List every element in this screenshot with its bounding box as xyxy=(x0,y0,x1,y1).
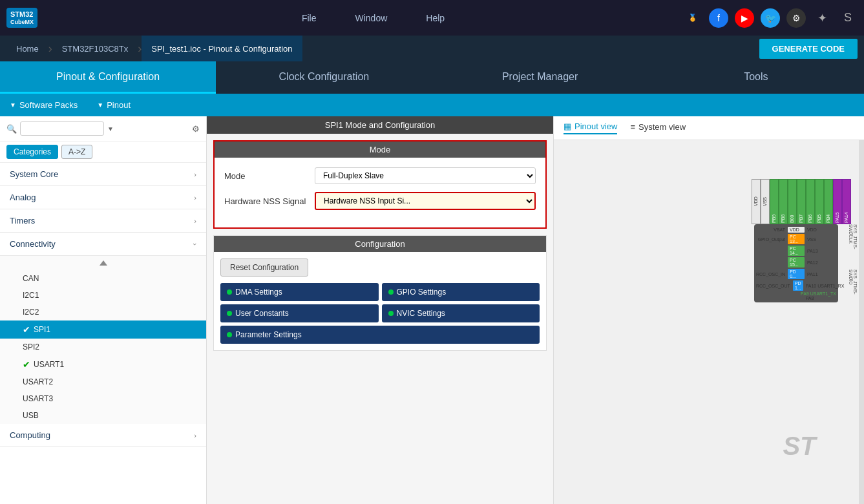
youtube-icon[interactable]: ▶ xyxy=(735,8,754,28)
sidebar-item-connectivity[interactable]: Connectivity › xyxy=(0,233,206,256)
search-dropdown-arrow[interactable]: ▼ xyxy=(107,125,114,132)
pin-vbat: VDD xyxy=(788,227,805,233)
nss-field-label: Hardware NSS Signal xyxy=(224,196,308,206)
dma-settings-button[interactable]: DMA Settings xyxy=(220,283,379,301)
nvic-settings-button[interactable]: NVIC Settings xyxy=(382,304,540,322)
categories-tab-btn[interactable]: Categories xyxy=(6,145,58,159)
top-bar: STM32 CubeMX File Window Help 🏅 f ▶ 🐦 ⚙ … xyxy=(0,0,864,36)
connectivity-chevron: › xyxy=(191,243,199,246)
mode-select[interactable]: Full-Duplex Slave xyxy=(315,167,536,184)
az-tab-btn[interactable]: A->Z xyxy=(61,145,92,159)
user-constants-button[interactable]: User Constants xyxy=(220,304,379,322)
view-tabs: ▦ Pinout view ≡ System view xyxy=(554,116,864,140)
computing-label: Computing xyxy=(10,430,50,440)
pinout-view-tab[interactable]: ▦ Pinout view xyxy=(564,121,617,134)
facebook-icon[interactable]: f xyxy=(709,8,728,28)
sidebar-item-i2c1[interactable]: I2C1 xyxy=(0,287,206,304)
search-input[interactable] xyxy=(20,121,104,136)
pin-pa14: PA14 xyxy=(842,179,851,224)
logo-text: STM32 CubeMX xyxy=(6,8,37,28)
pin-pa15: PA15 xyxy=(833,179,842,224)
computing-chevron: › xyxy=(194,432,196,439)
sys-jtms-label: SYS_JTMS-SWDCLK xyxy=(848,224,858,263)
config-section: Configuration Reset Configuration DMA Se… xyxy=(213,235,547,351)
sidebar: 🔍 ▼ ⚙ Categories A->Z System Core › Anal… xyxy=(0,116,207,504)
tab-project[interactable]: Project Manager xyxy=(432,61,648,94)
sidebar-item-usart2[interactable]: USART2 xyxy=(0,373,206,390)
center-panel-title: SPI1 Mode and Configuration xyxy=(207,116,553,134)
can-label: CAN xyxy=(23,274,39,283)
sidebar-item-spi2[interactable]: SPI2 xyxy=(0,339,206,355)
menu-window[interactable]: Window xyxy=(355,13,387,23)
chip-row-pc13: GPIO_Output PC 13... VSS xyxy=(756,233,836,245)
right-label-pa13: PA13 xyxy=(805,245,836,257)
reset-config-button[interactable]: Reset Configuration xyxy=(220,258,308,277)
menu-bar: File Window Help xyxy=(63,13,683,23)
sidebar-item-analog[interactable]: Analog › xyxy=(0,186,206,209)
connectivity-label: Connectivity xyxy=(10,239,56,249)
right-panel: ▦ Pinout view ≡ System view VDD VSS PB9 … xyxy=(554,116,864,504)
chip-row-pc15: PC 15... PA12 xyxy=(756,257,836,268)
right-label-pa8: PA8 xyxy=(804,296,836,300)
sidebar-item-usart1[interactable]: ✔ USART1 xyxy=(0,355,206,373)
tab-tools[interactable]: Tools xyxy=(648,61,864,94)
spi2-label: SPI2 xyxy=(23,342,39,352)
dma-label: DMA Settings xyxy=(235,288,282,297)
breadcrumb-device[interactable]: STM32F103C8Tx xyxy=(52,36,138,61)
label-pc15 xyxy=(756,257,787,268)
collapse-up-arrow xyxy=(100,260,107,266)
analog-chevron: › xyxy=(194,194,196,202)
system-view-tab[interactable]: ≡ System view xyxy=(630,122,686,134)
sidebar-tab-buttons: Categories A->Z xyxy=(0,142,206,163)
right-scrollbar[interactable] xyxy=(859,140,864,504)
pin-pb4: PB4 xyxy=(824,179,833,224)
sidebar-item-usart3[interactable]: USART3 xyxy=(0,390,206,407)
github-icon[interactable]: ⚙ xyxy=(786,8,806,28)
tab-clock[interactable]: Clock Configuration xyxy=(216,61,432,94)
main-tabs: Pinout & Configuration Clock Configurati… xyxy=(0,61,864,94)
analog-label: Analog xyxy=(10,193,36,202)
sidebar-item-can[interactable]: CAN xyxy=(0,270,206,287)
sidebar-item-timers[interactable]: Timers › xyxy=(0,209,206,233)
dropdown-arrow-pinout: ▼ xyxy=(97,101,103,109)
pin-vss-top: VSS xyxy=(761,179,770,224)
mode-body: Mode Full-Duplex Slave Hardware NSS Sign… xyxy=(215,158,545,227)
st-network-icon[interactable]: ✦ xyxy=(812,8,832,28)
sidebar-item-system-core[interactable]: System Core › xyxy=(0,163,206,186)
user-constants-dot xyxy=(227,311,232,316)
sidebar-item-spi1[interactable]: ✔ SPI1 xyxy=(0,320,206,339)
param-label: Parameter Settings xyxy=(235,330,302,339)
twitter-icon[interactable]: 🐦 xyxy=(761,8,780,28)
i2c2-label: I2C2 xyxy=(23,308,39,317)
sidebar-item-i2c2[interactable]: I2C2 xyxy=(0,304,206,320)
breadcrumb: Home › STM32F103C8Tx › SPI_test1.ioc - P… xyxy=(0,36,864,61)
pinout-item[interactable]: ▼ Pinout xyxy=(97,100,131,110)
generate-code-button[interactable]: GENERATE CODE xyxy=(759,39,858,59)
breadcrumb-home[interactable]: Home xyxy=(6,36,48,61)
breadcrumb-file[interactable]: SPI_test1.ioc - Pinout & Configuration xyxy=(142,36,302,61)
empty-left2 xyxy=(756,296,788,300)
tab-pinout[interactable]: Pinout & Configuration xyxy=(0,61,216,94)
logo: STM32 CubeMX xyxy=(6,8,37,28)
search-icon: 🔍 xyxy=(6,124,17,134)
pin-pd0: PD 0... xyxy=(788,269,805,279)
right-label-vss: VSS xyxy=(805,233,836,245)
settings-gear-icon[interactable]: ⚙ xyxy=(192,124,200,134)
sys-jtms-swdio-label: SYS_JTMS-SWDIO xyxy=(848,269,858,308)
nss-select[interactable]: Hardware NSS Input Si... xyxy=(315,192,536,210)
pinout-view-label: Pinout view xyxy=(574,121,617,131)
software-packs-item[interactable]: ▼ Software Packs xyxy=(10,100,78,110)
menu-help[interactable]: Help xyxy=(426,13,445,23)
gpio-settings-button[interactable]: GPIO Settings xyxy=(382,283,540,301)
system-core-label: System Core xyxy=(10,169,58,179)
parameter-settings-button[interactable]: Parameter Settings xyxy=(220,326,540,344)
usart3-label: USART3 xyxy=(23,394,53,403)
st-logo-icon[interactable]: S xyxy=(838,8,858,28)
chip-body: VBAT VDD VDD GPIO_Output PC 13... VSS PC… xyxy=(754,224,838,302)
sidebar-item-computing[interactable]: Computing › xyxy=(0,424,206,447)
menu-file[interactable]: File xyxy=(302,13,317,23)
timers-chevron: › xyxy=(194,217,196,225)
pinout-label: Pinout xyxy=(107,100,131,110)
sidebar-item-usb[interactable]: USB xyxy=(0,407,206,424)
pin-pc15: PC 15... xyxy=(788,257,805,268)
